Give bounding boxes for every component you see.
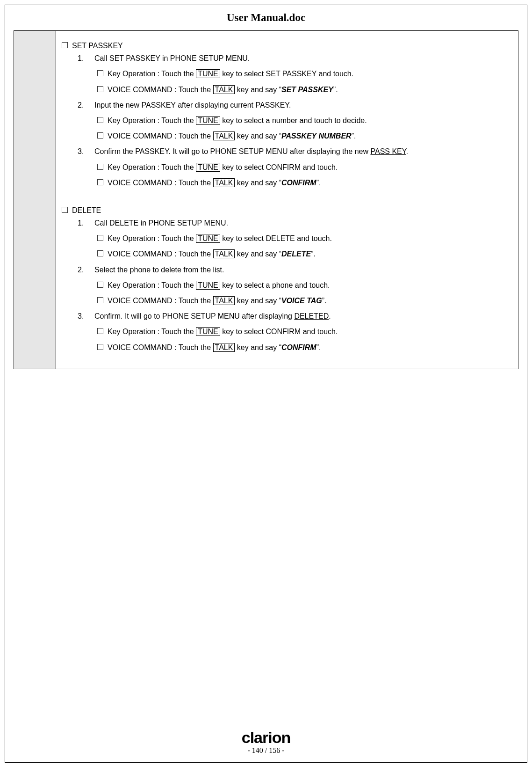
voice-word: CONFIRM [281,179,316,187]
section-head-row: DELETE [62,205,508,216]
voice-cmd-row: VOICE COMMAND : Touch the TALK key and s… [97,295,508,306]
voice-cmd-label: VOICE COMMAND : Touch the [108,86,213,94]
voice-cmd-label: VOICE COMMAND : Touch the [108,132,213,140]
key-op-label: Key Operation : Touch the [108,281,196,289]
talk-key: TALK [213,85,235,94]
step-row: 3. Confirm. It will go to PHONE SETUP ME… [78,311,508,321]
key-op-label: Key Operation : Touch the [108,234,196,242]
page-footer: clarion - 140 / 156 - [5,729,527,755]
step-text-ul: DELETED [294,312,329,320]
step-number: 1. [78,218,94,228]
voice-cmd-row: VOICE COMMAND : Touch the TALK key and s… [97,177,508,188]
voice-cmd-row: VOICE COMMAND : Touch the TALK key and s… [97,342,508,353]
voice-cmd-row: VOICE COMMAND : Touch the TALK key and s… [97,84,508,95]
voice-cmd-text: VOICE COMMAND : Touch the TALK key and s… [108,248,316,259]
step-text: Input the new PASSKEY after displaying c… [94,100,508,110]
voice-post: ”. [333,86,338,94]
checkbox-icon [97,297,103,303]
content-cell: SET PASSKEY 1. Call SET PASSKEY in PHONE… [56,31,518,369]
voice-cmd-label: VOICE COMMAND : Touch the [108,179,213,187]
voice-word: PASSKEY NUMBER [281,132,352,140]
step-text-ul: PASS KEY [370,147,406,155]
checkbox-icon [97,250,103,256]
voice-cmd-label: VOICE COMMAND : Touch the [108,343,213,351]
document-title: User Manual.doc [14,12,518,24]
key-op-text: Key Operation : Touch the TUNE key to se… [108,326,338,337]
tune-key: TUNE [196,327,220,336]
key-op-row: Key Operation : Touch the TUNE key to se… [97,280,508,291]
tune-key: TUNE [196,281,220,290]
voice-pre: key and say “ [235,343,281,351]
voice-post: ”. [316,343,321,351]
step-text: Select the phone to delete from the list… [94,264,508,275]
checkbox-icon [97,86,103,92]
voice-post: ”. [316,179,321,187]
key-op-row: Key Operation : Touch the TUNE key to se… [97,115,508,126]
checkbox-icon [97,164,103,170]
step-row: 2. Select the phone to delete from the l… [78,264,508,275]
step-row: 3. Confirm the PASSKEY. It will go to PH… [78,146,508,157]
key-op-row: Key Operation : Touch the TUNE key to se… [97,162,508,173]
voice-cmd-text: VOICE COMMAND : Touch the TALK key and s… [108,342,321,353]
key-op-label: Key Operation : Touch the [108,328,196,335]
checkbox-icon [62,42,68,48]
checkbox-icon [97,70,103,76]
step-number: 1. [78,53,94,64]
key-op-row: Key Operation : Touch the TUNE key to se… [97,68,508,79]
voice-cmd-label: VOICE COMMAND : Touch the [108,250,213,258]
voice-pre: key and say “ [235,179,281,187]
voice-word: SET PASSKEY [281,86,333,94]
checkbox-icon [97,282,103,288]
section-head-row: SET PASSKEY [62,40,508,51]
key-op-tail: key to select CONFIRM and touch. [220,328,338,335]
voice-pre: key and say “ [235,86,281,94]
key-op-tail: key to select SET PASSKEY and touch. [220,70,354,78]
key-op-row: Key Operation : Touch the TUNE key to se… [97,326,508,337]
step-text-post: . [406,147,408,155]
tune-key: TUNE [196,234,220,243]
voice-pre: key and say “ [235,250,281,258]
section-title: DELETE [72,205,101,216]
checkbox-icon [62,207,68,213]
step-text: Confirm the PASSKEY. It will go to PHONE… [94,146,508,157]
page-number: - 140 / 156 - [5,746,527,755]
step-row: 1. Call DELETE in PHONE SETUP MENU. [78,218,508,228]
voice-post: ”. [352,132,356,140]
voice-cmd-row: VOICE COMMAND : Touch the TALK key and s… [97,248,508,259]
step-text-pre: Confirm. It will go to PHONE SETUP MENU … [94,312,294,320]
key-op-text: Key Operation : Touch the TUNE key to se… [108,68,353,79]
voice-cmd-text: VOICE COMMAND : Touch the TALK key and s… [108,177,321,188]
tune-key: TUNE [196,116,220,125]
key-op-text: Key Operation : Touch the TUNE key to se… [108,162,338,173]
step-number: 2. [78,100,94,110]
key-op-tail: key to select a number and touch to deci… [220,117,367,124]
step-number: 3. [78,311,94,321]
key-op-row: Key Operation : Touch the TUNE key to se… [97,233,508,244]
key-op-tail: key to select a phone and touch. [220,281,330,289]
voice-cmd-row: VOICE COMMAND : Touch the TALK key and s… [97,131,508,141]
checkbox-icon [97,179,103,185]
voice-cmd-text: VOICE COMMAND : Touch the TALK key and s… [108,131,356,141]
step-row: 1. Call SET PASSKEY in PHONE SETUP MENU. [78,53,508,64]
key-op-text: Key Operation : Touch the TUNE key to se… [108,115,367,126]
key-op-label: Key Operation : Touch the [108,117,196,124]
voice-word: CONFIRM [281,343,316,351]
voice-pre: key and say “ [235,297,281,305]
checkbox-icon [97,235,103,241]
voice-word: VOICE TAG [281,297,322,305]
key-op-text: Key Operation : Touch the TUNE key to se… [108,280,330,291]
step-number: 3. [78,146,94,157]
checkbox-icon [97,328,103,334]
key-op-text: Key Operation : Touch the TUNE key to se… [108,233,332,244]
voice-post: ”. [311,250,316,258]
brand-text: clarion [242,729,290,746]
talk-key: TALK [213,131,235,140]
key-op-tail: key to select DELETE and touch. [220,234,332,242]
step-text: Confirm. It will go to PHONE SETUP MENU … [94,311,508,321]
key-op-tail: key to select CONFIRM and touch. [220,163,338,171]
voice-cmd-text: VOICE COMMAND : Touch the TALK key and s… [108,84,338,95]
step-text-pre: Confirm the PASSKEY. It will go to PHONE… [94,147,370,155]
voice-cmd-text: VOICE COMMAND : Touch the TALK key and s… [108,295,327,306]
talk-key: TALK [213,296,235,305]
checkbox-icon [97,132,103,139]
